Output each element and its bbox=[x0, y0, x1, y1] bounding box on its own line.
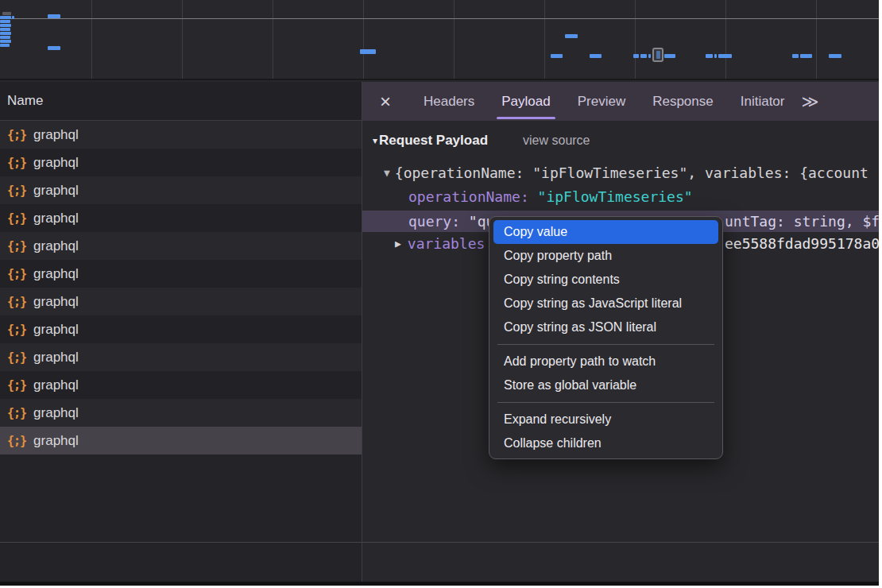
more-tabs-icon[interactable]: ≫ bbox=[801, 92, 818, 111]
timeline-rule bbox=[0, 18, 879, 19]
variables-value-right-fragment: ee5588fdad995178a0 bbox=[725, 233, 879, 255]
table-row[interactable]: {;}graphql bbox=[0, 288, 362, 315]
timeline-request-bar[interactable] bbox=[829, 54, 841, 58]
collapsed-triangle-icon[interactable]: ▶ bbox=[395, 238, 401, 250]
menu-item-store-as-global-variable[interactable]: Store as global variable bbox=[493, 373, 718, 397]
menu-item-copy-string-as-json-literal[interactable]: Copy string as JSON literal bbox=[493, 315, 718, 339]
operation-key: operationName: bbox=[408, 188, 538, 205]
json-file-icon: {;} bbox=[7, 350, 26, 365]
json-file-icon: {;} bbox=[7, 323, 26, 337]
timeline-request-bar[interactable] bbox=[0, 20, 10, 23]
name-column-header[interactable]: Name bbox=[0, 82, 362, 121]
timeline-request-bar[interactable] bbox=[48, 14, 60, 18]
menu-item-add-property-path-to-watch[interactable]: Add property path to watch bbox=[493, 350, 718, 373]
timeline-request-bar[interactable] bbox=[800, 54, 812, 58]
timeline-request-bar[interactable] bbox=[551, 54, 563, 58]
table-row[interactable]: {;}graphql bbox=[0, 176, 362, 204]
timeline-request-bar[interactable] bbox=[590, 54, 602, 58]
request-name-label: graphql bbox=[33, 127, 79, 143]
request-name-label: graphql bbox=[33, 211, 79, 226]
table-row[interactable]: {;}graphql bbox=[0, 149, 362, 176]
timeline-gridline bbox=[273, 0, 273, 79]
table-row[interactable]: {;}graphql bbox=[0, 371, 362, 399]
expanded-triangle-icon[interactable]: ▼ bbox=[384, 167, 390, 179]
timeline-request-bar[interactable] bbox=[2, 12, 11, 15]
request-name-label: graphql bbox=[33, 294, 79, 310]
timeline-request-bar[interactable] bbox=[48, 46, 60, 50]
timeline-request-bar[interactable] bbox=[0, 40, 11, 43]
table-row[interactable]: {;}graphql bbox=[0, 232, 362, 260]
tree-operation-row[interactable]: operationName: "ipFlowTimeseries" bbox=[362, 186, 879, 208]
menu-item-copy-property-path[interactable]: Copy property path bbox=[493, 244, 718, 268]
variables-key: variables bbox=[408, 235, 485, 252]
name-column-label: Name bbox=[7, 93, 43, 109]
json-file-icon: {;} bbox=[7, 211, 26, 226]
tab-preview[interactable]: Preview bbox=[564, 82, 639, 121]
close-icon[interactable]: × bbox=[372, 83, 399, 120]
timeline-request-bar[interactable] bbox=[565, 34, 578, 38]
json-file-icon: {;} bbox=[7, 378, 26, 393]
menu-separator bbox=[497, 402, 714, 403]
detail-tab-bar: × HeadersPayloadPreviewResponseInitiator… bbox=[362, 82, 879, 121]
table-row[interactable]: {;}graphql bbox=[0, 399, 362, 427]
table-row[interactable]: {;}graphql bbox=[0, 427, 362, 455]
timeline-gridline bbox=[635, 0, 636, 79]
request-name-label: graphql bbox=[33, 183, 79, 199]
timeline-request-bar[interactable] bbox=[714, 54, 717, 58]
timeline-selected-marker bbox=[652, 48, 663, 62]
tab-payload[interactable]: Payload bbox=[488, 82, 563, 121]
request-name-label: graphql bbox=[33, 405, 79, 421]
timeline-request-bar[interactable] bbox=[12, 16, 14, 19]
timeline-gridline bbox=[363, 0, 364, 79]
timeline-request-bar[interactable] bbox=[0, 32, 11, 35]
tab-headers[interactable]: Headers bbox=[410, 82, 488, 121]
timeline-gridline bbox=[544, 0, 545, 79]
json-file-icon: {;} bbox=[7, 267, 26, 281]
window-bottom-edge bbox=[0, 582, 879, 586]
timeline-request-bar[interactable] bbox=[633, 54, 639, 58]
menu-item-collapse-children[interactable]: Collapse children bbox=[493, 431, 718, 455]
tab-initiator[interactable]: Initiator bbox=[727, 82, 799, 121]
tab-response[interactable]: Response bbox=[639, 82, 727, 121]
json-file-icon: {;} bbox=[7, 295, 26, 309]
query-key: query: bbox=[408, 213, 469, 230]
json-file-icon: {;} bbox=[7, 128, 26, 142]
json-file-icon: {;} bbox=[7, 156, 26, 170]
tab-strip: HeadersPayloadPreviewResponseInitiator bbox=[410, 82, 798, 121]
table-row[interactable]: {;}graphql bbox=[0, 343, 362, 371]
timeline-request-bar[interactable] bbox=[0, 28, 10, 31]
timeline-request-bar[interactable] bbox=[360, 49, 376, 54]
context-menu: Copy valueCopy property pathCopy string … bbox=[489, 216, 723, 459]
menu-separator bbox=[497, 344, 714, 345]
timeline-request-bar[interactable] bbox=[640, 54, 647, 58]
request-name-label: graphql bbox=[33, 238, 79, 254]
timeline-request-bar[interactable] bbox=[792, 54, 799, 58]
request-name-label: graphql bbox=[33, 155, 79, 171]
table-row[interactable]: {;}graphql bbox=[0, 315, 362, 343]
request-name-label: graphql bbox=[33, 377, 79, 393]
menu-item-copy-value[interactable]: Copy value bbox=[493, 220, 718, 244]
table-row[interactable]: {;}graphql bbox=[0, 121, 362, 149]
timeline-request-bar[interactable] bbox=[0, 24, 11, 27]
menu-item-copy-string-as-javascript-literal[interactable]: Copy string as JavaScript literal bbox=[493, 292, 718, 315]
timeline-request-bar[interactable] bbox=[0, 16, 11, 19]
tree-root-row[interactable]: ▼{operationName: "ipFlowTimeseries", var… bbox=[362, 162, 879, 184]
table-row[interactable]: {;}graphql bbox=[0, 260, 362, 288]
timeline-request-bar[interactable] bbox=[718, 54, 732, 58]
timeline-request-bar[interactable] bbox=[664, 54, 675, 58]
json-file-icon: {;} bbox=[7, 239, 26, 253]
timeline-gridline bbox=[182, 0, 183, 79]
menu-item-copy-string-contents[interactable]: Copy string contents bbox=[493, 268, 718, 292]
timeline-gridline bbox=[454, 0, 455, 79]
timeline-request-bar[interactable] bbox=[706, 54, 713, 58]
request-name-label: graphql bbox=[33, 350, 79, 366]
menu-item-expand-recursively[interactable]: Expand recursively bbox=[493, 408, 718, 431]
timeline-request-bar[interactable] bbox=[0, 36, 10, 39]
request-table-panel: Name {;}graphql{;}graphql{;}graphql{;}gr… bbox=[0, 82, 362, 582]
request-name-label: graphql bbox=[33, 266, 79, 282]
timeline-request-bar[interactable] bbox=[0, 44, 10, 47]
network-overview-timeline[interactable] bbox=[0, 0, 879, 80]
timeline-gridline bbox=[816, 0, 817, 79]
timeline-request-bar[interactable] bbox=[648, 54, 651, 58]
table-row[interactable]: {;}graphql bbox=[0, 204, 362, 232]
